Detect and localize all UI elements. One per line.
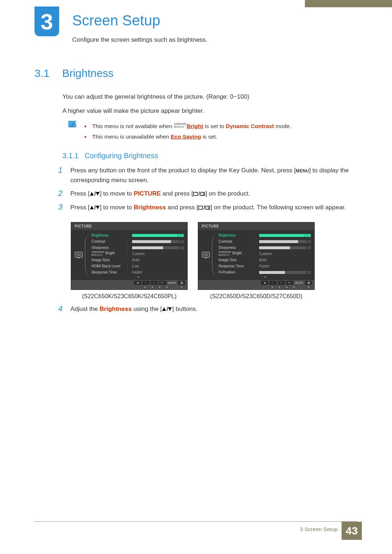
subsection-heading: 3.1.1 Configuring Brightness xyxy=(62,152,158,160)
osd-auto-label: AUTO xyxy=(168,281,176,284)
rect-enter-icon: / xyxy=(193,192,205,196)
up-down-arrow-icon: / xyxy=(90,205,100,210)
bullet-icon: • xyxy=(84,124,91,129)
note-list: • This menu is not available when SAMSUN… xyxy=(84,121,358,142)
step: 3 Press [/] to move to Brightness and pr… xyxy=(58,202,358,212)
osd-auto-label: AUTO xyxy=(295,281,303,284)
svg-marker-20 xyxy=(168,307,172,311)
osd-enter-icon: ↵ xyxy=(286,281,293,285)
osd-panel-right: PICTURE Brightness:100Contrast:75Sharpne… xyxy=(198,222,315,290)
osd-screenshots: PICTURE Brightness:100Contrast:75Sharpne… xyxy=(71,222,315,290)
chapter-title: Screen Setup xyxy=(72,12,160,29)
samsung-magic-label: SAMSUNGMAGIC xyxy=(174,123,187,128)
osd-menu-item: Image Size:Auto xyxy=(91,257,185,263)
osd-menu-item: Response Time:Faster xyxy=(91,269,185,275)
step-number: 3 xyxy=(58,202,70,212)
link-eco-saving[interactable]: Eco Saving xyxy=(171,134,201,140)
osd-header: PICTURE xyxy=(71,222,187,230)
svg-text:/: / xyxy=(204,205,205,210)
section-number: 3.1 xyxy=(34,67,50,79)
note-icon xyxy=(68,121,76,129)
steps-list: 1 Press any button on the front of the p… xyxy=(58,165,358,216)
section-heading: 3.1 Brightness xyxy=(34,67,114,79)
up-down-arrow-icon: / xyxy=(90,192,100,196)
note-text: This menu is unavailable when xyxy=(92,134,171,140)
step: 4 Adjust the Brightness using the [/] bu… xyxy=(58,304,358,314)
osd-power-icon: ⏻ xyxy=(178,281,185,285)
paragraph: A higher value will make the picture app… xyxy=(62,106,358,116)
note-item: • This menu is unavailable when Eco Savi… xyxy=(84,131,358,142)
osd-minus-icon: − xyxy=(269,281,277,285)
osd-menu-item: SAMSUNGMAGIC Bright:Custom xyxy=(219,251,312,257)
svg-text:/: / xyxy=(94,192,96,196)
svg-text:/: / xyxy=(94,205,96,210)
osd-menu-item: SAMSUNGMAGIC Bright:Custom xyxy=(91,251,185,257)
osd-menu-item: Sharpness:60 xyxy=(91,245,185,251)
osd-minus-icon: − xyxy=(142,281,150,285)
osd-menu-item: Brightness:100 xyxy=(91,232,185,238)
step-body: Press any button on the front of the pro… xyxy=(70,165,358,185)
osd-footer: ◄ − + ↵ AUTO ⏻ xyxy=(71,280,187,286)
osd-enter-icon: ↵ xyxy=(159,281,166,285)
step: 1 Press any button on the front of the p… xyxy=(58,165,358,185)
svg-rect-13 xyxy=(76,253,81,256)
note-text: This menu is not available when xyxy=(92,123,174,129)
osd-nav-left-icon: ◄ xyxy=(261,281,268,285)
step-number: 4 xyxy=(58,304,70,314)
osd-menu-item: Image Size:Auto xyxy=(219,257,312,263)
svg-marker-18 xyxy=(162,307,166,311)
svg-rect-16 xyxy=(203,253,208,256)
osd-plus-icon: + xyxy=(151,281,158,285)
step-body: Press [/] to move to PICTURE and press [… xyxy=(70,189,250,198)
osd-header: PICTURE xyxy=(198,222,314,230)
picture-label: PICTURE xyxy=(134,190,161,197)
osd-menu-item: HDMI Black Level:Low xyxy=(91,263,185,269)
link-magic-bright[interactable]: Bright xyxy=(187,123,203,129)
osd-panel-left: PICTURE Brightness:100Contrast:75Sharpne… xyxy=(71,222,188,290)
dynamic-contrast-label: Dynamic Contrast xyxy=(226,123,274,129)
svg-text:/: / xyxy=(199,192,200,196)
svg-text:/: / xyxy=(167,307,168,312)
osd-menu-item: Contrast:75 xyxy=(91,238,185,245)
svg-rect-9 xyxy=(199,206,203,209)
osd-menu-item: Response Time:Faster xyxy=(219,263,312,269)
osd-captions: (S22C650K/S23C650K/S24C650PL) (S22C650D/… xyxy=(71,293,315,300)
svg-marker-6 xyxy=(90,206,94,209)
osd-menu-item: Sharpness:60 xyxy=(219,245,312,251)
step: 2 Press [/] to move to PICTURE and press… xyxy=(58,189,358,198)
osd-menu-item: H-Position:50 xyxy=(219,269,312,275)
page-number: 43 xyxy=(342,522,362,540)
osd-menu-item: Brightness:100 xyxy=(219,232,312,238)
osd-power-icon: ⏻ xyxy=(305,281,312,285)
svg-marker-2 xyxy=(96,192,99,196)
note-item: • This menu is not available when SAMSUN… xyxy=(84,121,358,131)
osd-menu-list: Brightness:100Contrast:75Sharpness:60SAM… xyxy=(213,230,314,280)
svg-rect-3 xyxy=(193,192,197,196)
osd-menu-item: Contrast:75 xyxy=(219,238,312,245)
svg-marker-0 xyxy=(90,192,94,196)
svg-marker-8 xyxy=(96,206,99,209)
header-stripe xyxy=(305,0,392,7)
menu-button-label: MENU xyxy=(296,168,309,173)
osd-caption-left: (S22C650K/S23C650K/S24C650PL) xyxy=(71,293,188,300)
osd-menu-list: Brightness:100Contrast:75Sharpness:60SAM… xyxy=(86,230,187,280)
section-title: Brightness xyxy=(62,67,114,79)
bullet-icon: • xyxy=(84,135,91,139)
osd-category-icon xyxy=(71,230,86,280)
osd-footer: ◄ − + ↵ AUTO ⏻ xyxy=(198,280,314,286)
step-number: 2 xyxy=(58,189,70,198)
osd-plus-icon: + xyxy=(278,281,285,285)
step-body: Adjust the Brightness using the [/] butt… xyxy=(70,304,197,314)
subsection-number: 3.1.1 xyxy=(62,152,78,160)
step-body: Press [/] to move to Brightness and pres… xyxy=(70,202,346,212)
chapter-badge: 3 xyxy=(34,7,59,36)
brightness-label: Brightness xyxy=(99,305,132,312)
brightness-label: Brightness xyxy=(134,204,166,211)
up-down-arrow-icon: / xyxy=(162,307,172,312)
chapter-subtitle: Configure the screen settings such as br… xyxy=(72,36,207,44)
footer-rule xyxy=(34,521,358,522)
osd-category-icon xyxy=(198,230,213,280)
osd-caption-right: (S22C650D/S23C650D/S27C650D) xyxy=(198,293,315,300)
subsection-title: Configuring Brightness xyxy=(85,152,158,160)
footer-text: 3 Screen Setup xyxy=(300,526,338,532)
